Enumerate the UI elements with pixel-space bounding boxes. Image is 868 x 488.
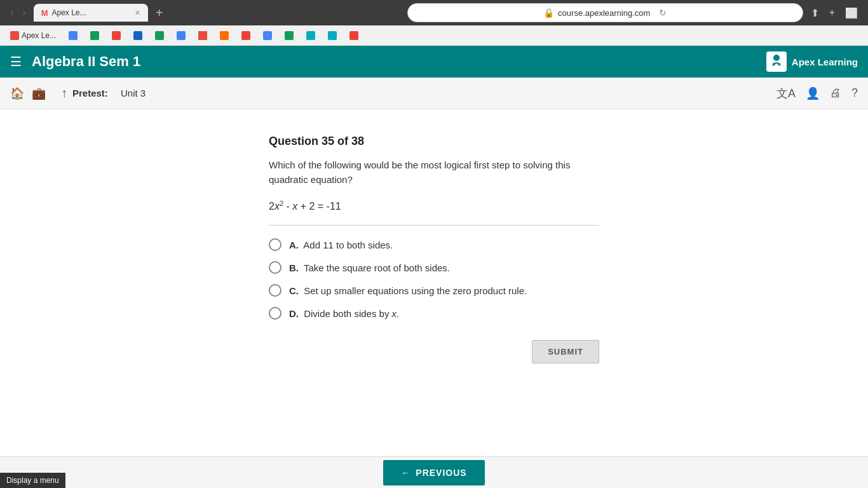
secondary-nav: 🏠 💼 ↑ Pretest: Unit 3 文A 👤 🖨 ? xyxy=(0,78,868,109)
apex-logo-svg xyxy=(769,54,784,69)
up-arrow-icon[interactable]: ↑ xyxy=(61,86,67,100)
hamburger-menu-icon[interactable]: ☰ xyxy=(10,54,22,69)
pretest-label: Pretest: xyxy=(72,88,108,98)
option-b-label: B. Take the square root of both sides. xyxy=(289,262,450,273)
bookmark-6[interactable] xyxy=(150,30,169,41)
bookmark-15[interactable] xyxy=(344,30,363,41)
bookmark-12[interactable] xyxy=(280,30,299,41)
option-c-label: C. Set up smaller equations using the ze… xyxy=(289,285,527,296)
bookmark-14[interactable] xyxy=(323,30,342,41)
bookmark-13-icon xyxy=(306,31,315,40)
question-number: Question 35 of 38 xyxy=(269,135,599,148)
forward-button[interactable]: › xyxy=(20,4,28,21)
bookmark-14-icon xyxy=(328,31,337,40)
previous-arrow-icon: ← xyxy=(401,468,410,478)
url-text: course.apexlearning.com xyxy=(558,8,650,18)
back-button[interactable]: ‹ xyxy=(8,4,16,21)
bookmark-7-icon xyxy=(177,31,186,40)
bookmark-apex[interactable]: Apex Le... xyxy=(5,30,61,41)
accessibility-button[interactable]: 👤 xyxy=(806,86,820,100)
option-d-label: D. Divide both sides by x. xyxy=(289,308,399,319)
bookmark-6-icon xyxy=(155,31,164,40)
nav-icons-left: 🏠 💼 xyxy=(10,86,46,100)
bookmark-10[interactable] xyxy=(236,30,255,41)
bottom-bar: ← PREVIOUS xyxy=(0,456,868,488)
main-content: Question 35 of 38 Which of the following… xyxy=(0,109,868,405)
option-a-label: A. Add 11 to both sides. xyxy=(289,240,393,250)
bookmark-3[interactable] xyxy=(85,30,104,41)
briefcase-button[interactable]: 💼 xyxy=(32,86,46,100)
option-b[interactable]: B. Take the square root of both sides. xyxy=(269,261,599,274)
radio-d[interactable] xyxy=(269,307,281,320)
option-a[interactable]: A. Add 11 to both sides. xyxy=(269,238,599,251)
option-d[interactable]: D. Divide both sides by x. xyxy=(269,307,599,320)
app-title: Algebra II Sem 1 xyxy=(32,53,766,70)
previous-label: PREVIOUS xyxy=(416,468,466,478)
svg-point-0 xyxy=(773,55,780,61)
bookmark-10-icon xyxy=(241,31,250,40)
bookmark-3-icon xyxy=(90,31,99,40)
bookmark-15-icon xyxy=(349,31,358,40)
bookmark-5[interactable] xyxy=(128,30,147,41)
bookmark-4-icon xyxy=(112,31,121,40)
translate-button[interactable]: 文A xyxy=(776,86,796,101)
toolbar-right: ⬆ + ⬜ xyxy=(808,4,860,22)
bookmark-11[interactable] xyxy=(258,30,277,41)
print-button[interactable]: 🖨 xyxy=(830,86,841,100)
bookmark-13[interactable] xyxy=(301,30,320,41)
tab-title: Apex Le... xyxy=(52,8,86,17)
submit-area: SUBMIT xyxy=(269,340,599,363)
display-menu-button[interactable]: Display a menu xyxy=(0,473,65,488)
bookmark-apex-icon xyxy=(10,31,19,40)
previous-button[interactable]: ← PREVIOUS xyxy=(383,460,484,485)
svg-point-2 xyxy=(778,63,780,65)
home-button[interactable]: 🏠 xyxy=(10,86,24,100)
apex-logo-text: Apex Learning xyxy=(792,57,858,67)
bookmark-9-icon xyxy=(220,31,229,40)
bookmark-2[interactable] xyxy=(64,30,83,41)
svg-point-1 xyxy=(773,63,775,65)
unit-label: Unit 3 xyxy=(121,88,146,98)
new-tab-plus[interactable]: + xyxy=(827,4,837,21)
radio-c[interactable] xyxy=(269,284,281,297)
bookmark-2-icon xyxy=(69,31,78,40)
bookmark-5-icon xyxy=(133,31,142,40)
address-bar[interactable]: 🔒 course.apexlearning.com ↻ xyxy=(407,3,803,22)
submit-button[interactable]: SUBMIT xyxy=(532,340,599,363)
bookmark-9[interactable] xyxy=(215,30,234,41)
pretest-nav: ↑ Pretest: Unit 3 xyxy=(61,86,146,100)
nav-icons-right: 文A 👤 🖨 ? xyxy=(776,86,858,101)
apex-logo: Apex Learning xyxy=(766,51,858,72)
option-c[interactable]: C. Set up smaller equations using the ze… xyxy=(269,284,599,297)
bookmark-8-icon xyxy=(198,31,207,40)
browser-tab[interactable]: M Apex Le... × xyxy=(34,4,148,22)
browser-titlebar: ‹ › M Apex Le... × + 🔒 course.apexlearni… xyxy=(0,0,868,25)
new-tab-button[interactable]: + xyxy=(156,6,163,20)
question-container: Question 35 of 38 Which of the following… xyxy=(243,135,625,380)
bookmark-12-icon xyxy=(285,31,294,40)
apex-logo-icon xyxy=(766,51,787,72)
bookmark-4[interactable] xyxy=(107,30,126,41)
bookmark-7[interactable] xyxy=(172,30,191,41)
bookmark-8[interactable] xyxy=(193,30,212,41)
windows-button[interactable]: ⬜ xyxy=(843,4,860,22)
equation: 2x2 - x + 2 = -11 xyxy=(269,200,599,212)
help-button[interactable]: ? xyxy=(851,86,858,100)
radio-b[interactable] xyxy=(269,261,281,274)
radio-a[interactable] xyxy=(269,238,281,251)
share-button[interactable]: ⬆ xyxy=(808,4,822,22)
bookmark-11-icon xyxy=(263,31,272,40)
bookmarks-bar: Apex Le... xyxy=(0,25,868,46)
divider xyxy=(269,225,599,226)
app-header: ☰ Algebra II Sem 1 Apex Learning xyxy=(0,46,868,78)
options-list: A. Add 11 to both sides. B. Take the squ… xyxy=(269,238,599,320)
question-text: Which of the following would be the most… xyxy=(269,158,599,187)
